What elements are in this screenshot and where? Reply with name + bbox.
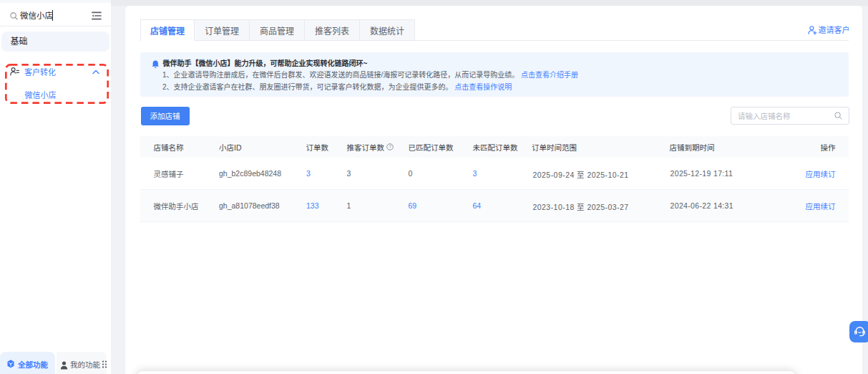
svg-text:?: ? (389, 144, 391, 149)
